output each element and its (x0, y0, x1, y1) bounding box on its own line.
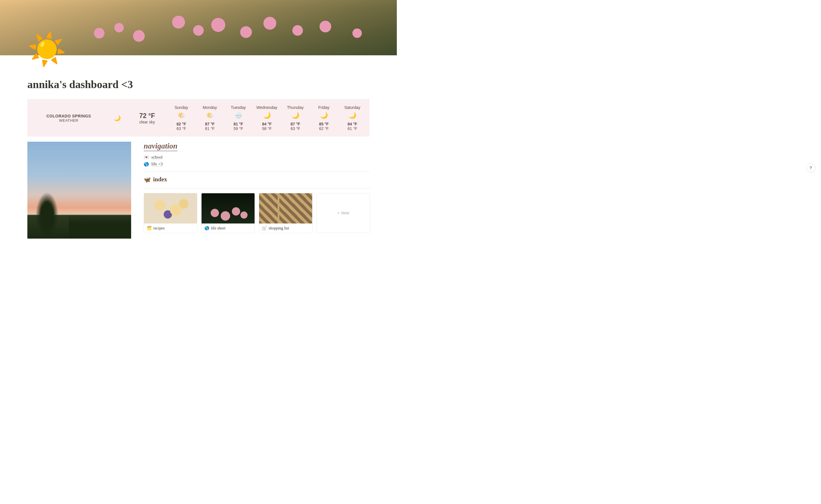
weather-label: WEATHER (30, 118, 107, 123)
nav-link-school[interactable]: 💌 school (144, 154, 370, 161)
new-card-label: New (341, 211, 349, 215)
page-title[interactable]: annika's dashboard <3 (27, 78, 369, 91)
rain-icon: 🌧️ (225, 111, 252, 120)
partly-cloudy-icon: 🌤️ (196, 111, 223, 120)
card-files-icon: 🗂️ (147, 226, 152, 231)
moon-icon: 🌙 (107, 115, 127, 121)
gallery-card-life-sheet[interactable]: 🌎 life sheet (201, 193, 255, 233)
card-label: 🛒 shopping list (259, 223, 312, 233)
forecast-high: 87 °F (282, 122, 309, 126)
forecast-high: 84 °F (339, 122, 366, 126)
gallery-card-shopping-list[interactable]: 🛒 shopping list (259, 193, 312, 233)
forecast-day-name: Thursday (282, 105, 309, 110)
forecast-low: 59 °F (225, 126, 252, 131)
card-cover-image (259, 193, 312, 223)
forecast-day-name: Monday (196, 105, 223, 110)
card-title: life sheet (211, 226, 225, 231)
index-heading: 🦋 index (144, 176, 370, 183)
weather-current-temp: 72 °F (127, 112, 167, 120)
forecast-day-name: Saturday (339, 105, 366, 110)
moon-icon: 🌙 (339, 111, 366, 120)
card-title: shopping list (269, 226, 289, 231)
moon-icon: 🌙 (310, 111, 338, 120)
nav-link-label: school (151, 155, 162, 160)
forecast-day: Thursday 🌙 87 °F 63 °F (282, 105, 309, 131)
love-letter-icon: 💌 (144, 155, 149, 160)
new-card-button[interactable]: + New (316, 193, 370, 233)
sunset-image[interactable] (27, 142, 131, 239)
forecast-day: Monday 🌤️ 87 °F 61 °F (196, 105, 223, 131)
moon-icon: 🌙 (282, 111, 309, 120)
index-gallery: 🗂️ recipes 🌎 life sheet 🛒 shopping (144, 188, 370, 233)
forecast-day: Wednesday 🌙 84 °F 58 °F (253, 105, 281, 131)
card-cover-image (144, 193, 197, 223)
page-icon[interactable]: ☀️ (27, 34, 66, 65)
forecast-day: Saturday 🌙 84 °F 61 °F (339, 105, 366, 131)
weather-city: COLORADO SPRINGS (30, 114, 107, 118)
card-cover-image (202, 193, 255, 223)
forecast-day: Tuesday 🌧️ 81 °F 59 °F (225, 105, 252, 131)
weather-location: COLORADO SPRINGS WEATHER (30, 114, 107, 123)
forecast-day-name: Wednesday (253, 105, 281, 110)
earth-icon: 🌎 (204, 226, 209, 231)
forecast-high: 87 °F (196, 122, 223, 126)
card-label: 🌎 life sheet (202, 223, 255, 233)
forecast-day: Friday 🌙 85 °F 62 °F (310, 105, 338, 131)
forecast-day-name: Friday (310, 105, 338, 110)
earth-icon: 🌎 (144, 162, 149, 167)
shopping-cart-icon: 🛒 (262, 226, 267, 231)
forecast-low: 63 °F (168, 126, 195, 131)
nav-link-label: life <3 (151, 162, 163, 167)
forecast-high: 81 °F (225, 122, 252, 126)
forecast-high: 85 °F (310, 122, 338, 126)
gallery-card-recipes[interactable]: 🗂️ recipes (144, 193, 197, 233)
card-label: 🗂️ recipes (144, 223, 197, 233)
forecast-low: 58 °F (253, 126, 281, 131)
weather-widget: COLORADO SPRINGS WEATHER 🌙 72 °F clear s… (27, 99, 369, 137)
forecast-high: 82 °F (168, 122, 195, 126)
forecast-low: 61 °F (339, 126, 366, 131)
forecast-low: 63 °F (282, 126, 309, 131)
forecast-low: 62 °F (310, 126, 338, 131)
butterfly-icon: 🦋 (144, 176, 151, 183)
weather-forecast: Sunday 🌤️ 82 °F 63 °F Monday 🌤️ 87 °F 61… (167, 105, 367, 131)
weather-current-desc: clear sky (127, 120, 167, 124)
forecast-high: 84 °F (253, 122, 281, 126)
card-title: recipes (153, 226, 165, 231)
moon-icon: 🌙 (253, 111, 281, 120)
forecast-day-name: Tuesday (225, 105, 252, 110)
index-heading-text: index (153, 176, 167, 183)
forecast-low: 61 °F (196, 126, 223, 131)
divider (144, 172, 370, 172)
plus-icon: + (337, 211, 340, 215)
forecast-day: Sunday 🌤️ 82 °F 63 °F (168, 105, 195, 131)
forecast-day-name: Sunday (168, 105, 195, 110)
navigation-heading: navigation (144, 142, 178, 151)
weather-current: 72 °F clear sky (127, 112, 167, 124)
nav-link-life[interactable]: 🌎 life <3 (144, 161, 370, 168)
partly-cloudy-icon: 🌤️ (168, 111, 195, 120)
